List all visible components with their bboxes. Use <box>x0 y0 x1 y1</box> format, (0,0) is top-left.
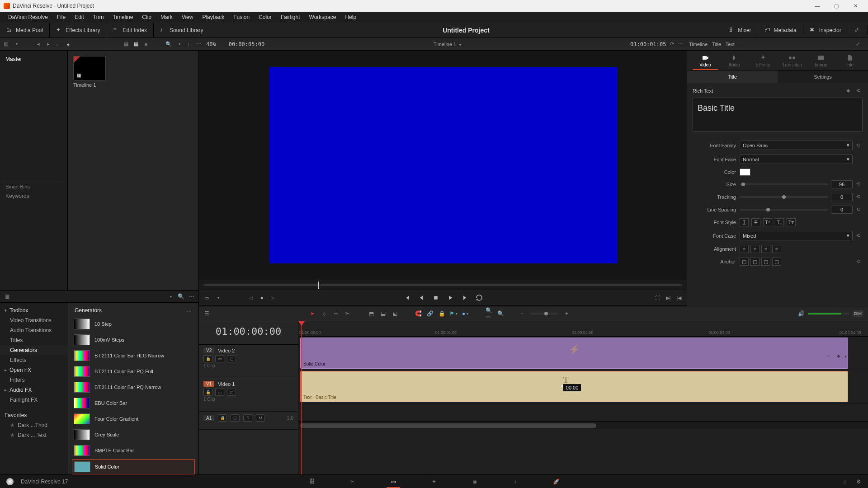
node-filters[interactable]: Filters <box>0 375 68 385</box>
next-edit-icon[interactable]: ▶| <box>665 295 671 301</box>
keyframe-icon[interactable]: ◆ <box>846 88 853 94</box>
reset-icon[interactable]: ⟲ <box>856 258 863 265</box>
generator-ebu-colorbar[interactable]: EBU Color Bar <box>72 396 195 410</box>
media-pool-toggle[interactable]: 🗂 Media Pool <box>3 25 47 35</box>
a1-label[interactable]: A1 <box>203 415 214 421</box>
subtab-settings[interactable]: Settings <box>778 70 868 83</box>
page-fusion[interactable]: ✦ <box>429 477 439 486</box>
track-mute-button[interactable]: ◻ <box>227 355 236 362</box>
timeline-tracks[interactable]: 01:00:00:00 01:00:01:00 01:00:02:00 01:0… <box>298 321 868 474</box>
project-settings-icon[interactable]: ⚙ <box>855 479 862 485</box>
record-icon[interactable]: ● <box>65 41 71 47</box>
flag-dropdown[interactable]: ⚑ <box>450 310 457 317</box>
viewer-canvas-area[interactable] <box>199 51 687 280</box>
in-out-options[interactable] <box>214 295 221 301</box>
match-frame-prev-icon[interactable]: ◁ <box>248 295 254 301</box>
title-text-input[interactable]: Basic Title <box>693 98 863 132</box>
in-out-icon[interactable]: ▭ <box>203 295 210 301</box>
match-frame-next-icon[interactable]: ▷ <box>269 295 276 301</box>
duration-timecode[interactable]: 00:00:05:00 <box>229 41 264 47</box>
dim-badge[interactable]: DIM <box>853 310 864 317</box>
audio-solo-button[interactable]: S <box>243 414 252 422</box>
anchor-tl-button[interactable]: ▢ <box>740 258 749 266</box>
menu-file[interactable]: File <box>52 13 70 21</box>
inspector-toggle[interactable]: ✖Inspector <box>806 25 845 35</box>
zoom-out-icon[interactable]: − <box>519 310 525 317</box>
favorite-1[interactable]: ★Dark ...Third <box>0 420 68 430</box>
prev-frame-button[interactable] <box>417 294 425 302</box>
size-slider[interactable] <box>740 183 828 185</box>
speaker-icon[interactable]: 🔊 <box>798 310 805 317</box>
reset-icon[interactable]: ⟲ <box>856 142 863 149</box>
smart-bin-keywords[interactable]: Keywords <box>3 191 65 201</box>
track-enable-button[interactable]: ▭ <box>215 389 224 396</box>
zoom-percent[interactable]: 40% <box>206 41 216 47</box>
font-case-dropdown[interactable]: Mixed▾ <box>740 231 853 240</box>
search-options-dropdown[interactable] <box>175 41 182 47</box>
pool-split-icon[interactable]: ▥ <box>3 41 9 47</box>
line-spacing-slider[interactable] <box>740 209 828 211</box>
generator-bt2111-pq-narrow[interactable]: BT.2111 Color Bar PQ Narrow <box>72 380 195 394</box>
track-head-v2[interactable]: V2Video 2 🔒▭◻ 1 Clip <box>199 345 298 378</box>
jump-start-button[interactable] <box>403 294 411 302</box>
close-button[interactable]: ✕ <box>846 1 864 11</box>
slider-knob[interactable] <box>741 183 745 186</box>
reset-icon[interactable]: ⟲ <box>856 194 863 200</box>
overwrite-icon[interactable]: ⬓ <box>380 310 386 317</box>
page-deliver[interactable]: 🚀 <box>552 477 561 486</box>
pool-options-dropdown[interactable] <box>13 41 19 47</box>
effects-library-toggle[interactable]: ✦ Effects Library <box>52 25 104 35</box>
menu-workspace[interactable]: Workspace <box>305 13 341 21</box>
list-view-icon[interactable]: ≡ <box>143 41 149 47</box>
viewer-timecode[interactable]: 01:00:01:05 <box>630 41 666 47</box>
fullscreen-icon[interactable]: ⛶ <box>654 295 660 301</box>
sort-icon[interactable]: ↕ <box>185 41 192 47</box>
reset-icon[interactable]: ⟲ <box>856 88 863 94</box>
clip-basic-title[interactable]: T ↖ 00:00 Text - Basic Title <box>300 371 848 402</box>
inspector-tab-audio[interactable]: Audio <box>722 52 747 70</box>
subscript-button[interactable]: Tₓ <box>775 218 784 226</box>
line-spacing-input[interactable]: 0 <box>831 206 853 214</box>
menu-edit[interactable]: Edit <box>70 13 89 21</box>
v2-label[interactable]: V2 <box>203 347 214 353</box>
menu-fusion[interactable]: Fusion <box>229 13 254 21</box>
anchor-tr-button[interactable]: ▢ <box>761 258 770 266</box>
generator-solid-color[interactable]: Solid Color <box>72 459 195 474</box>
node-generators[interactable]: Generators <box>0 345 68 355</box>
favorite-2[interactable]: ★Dark ... Text <box>0 430 68 440</box>
viewer-menu-icon[interactable]: ⋯ <box>678 41 683 47</box>
track-head-a1[interactable]: A1 🔒 ⊡ S M 2.0 <box>199 412 298 430</box>
strike-button[interactable]: T <box>751 218 760 226</box>
track-a1[interactable] <box>298 404 868 422</box>
effects-menu-icon[interactable]: ⋯ <box>189 293 195 300</box>
timeline-scrollbar[interactable] <box>298 422 868 429</box>
clip-thumbnail[interactable]: ▦ <box>73 56 106 80</box>
playhead-line[interactable] <box>301 321 302 474</box>
trim-tool[interactable]: ⎀ <box>321 310 327 317</box>
media-pool-grid[interactable]: ▦ Timeline 1 <box>68 51 198 290</box>
lock-icon[interactable]: 🔒 <box>439 310 445 317</box>
menu-trim[interactable]: Trim <box>89 13 108 21</box>
size-input[interactable]: 96 <box>831 180 853 188</box>
track-enable-button[interactable]: ▭ <box>215 355 224 362</box>
more-icon[interactable]: … <box>55 41 61 47</box>
replace-icon[interactable]: ⬕ <box>392 310 398 317</box>
zoom-selection-icon[interactable]: 🔍▭ <box>486 310 492 317</box>
clip-solid-color[interactable]: ⚡ ∿ ◆ ▴ Solid Color <box>300 338 848 369</box>
track-mute-button[interactable]: ◻ <box>227 389 236 396</box>
match-frame-icon[interactable]: ● <box>259 295 265 301</box>
node-titles[interactable]: Titles <box>0 335 68 345</box>
generator-four-color-gradient[interactable]: Four Color Gradient <box>72 412 195 426</box>
anchor-ml-button[interactable]: ▢ <box>772 258 781 266</box>
track-lock-icon[interactable]: 🔒 <box>203 355 212 362</box>
track-v1[interactable]: T ↖ 00:00 Text - Basic Title <box>298 370 868 404</box>
timeline-name-dropdown[interactable]: Timeline 1 <box>434 42 461 47</box>
generator-10-step[interactable]: 10 Step <box>72 317 195 331</box>
menu-timeline[interactable]: Timeline <box>108 13 137 21</box>
menu-fairlight[interactable]: Fairlight <box>276 13 305 21</box>
timeline-view-icon[interactable]: ☰ <box>203 310 210 317</box>
font-family-dropdown[interactable]: Open Sans▾ <box>740 141 853 150</box>
page-edit[interactable]: ▭ <box>389 477 398 486</box>
slider-knob[interactable] <box>766 208 770 211</box>
generator-bt2111-hlg[interactable]: BT.2111 Color Bar HLG Narrow <box>72 348 195 363</box>
